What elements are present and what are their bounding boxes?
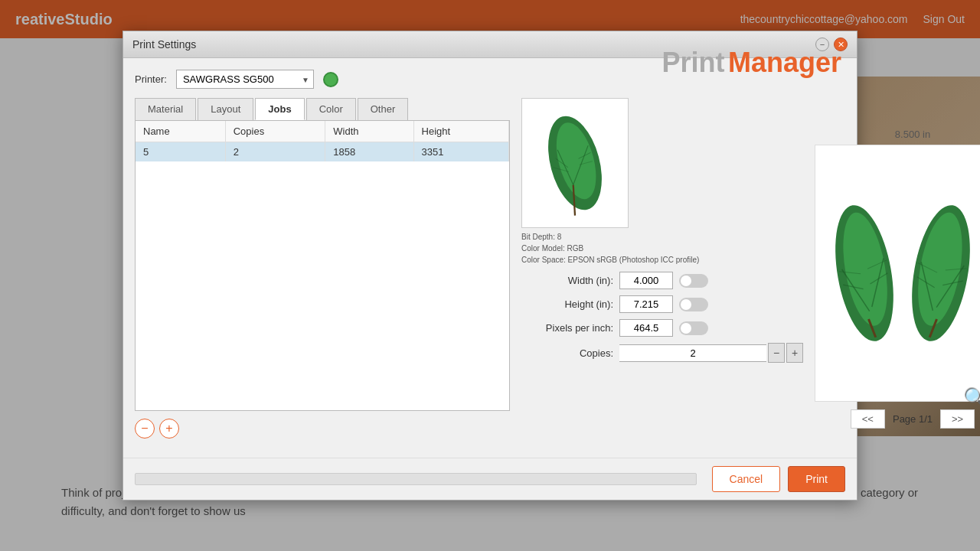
height-toggle[interactable] [679,298,708,311]
cell-copies: 2 [225,142,325,162]
preview-panel: 8.500 in [815,98,980,439]
cancel-button[interactable]: Cancel [712,466,781,492]
printer-select-wrapper: SAWGRASS SG500 ▼ [176,70,314,89]
tab-other[interactable]: Other [358,98,409,120]
dialog-body: Printer: SAWGRASS SG500 ▼ Print Manager [123,58,857,450]
copies-decrement-button[interactable]: − [768,343,785,363]
width-toggle-knob [681,276,691,286]
height-label: Height (in): [521,298,613,310]
col-header-copies: Copies [225,121,325,142]
footer-buttons: Cancel Print [712,466,845,492]
tab-content: Name Copies Width Height 5 2 1858 [135,120,510,411]
tab-bar: Material Layout Jobs Color Other [135,98,510,120]
height-input[interactable] [619,295,673,313]
prev-page-button[interactable]: << [851,409,885,429]
copies-increment-button[interactable]: + [786,343,803,363]
ppi-toggle-knob [681,323,691,334]
tab-jobs[interactable]: Jobs [255,98,304,120]
table-row[interactable]: 5 2 1858 3351 [136,142,509,162]
image-settings-panel: Bit Depth: 8 Color Model: RGB Color Spac… [521,98,803,439]
leaf-preview [521,98,629,228]
col-header-width: Width [325,121,413,142]
width-input[interactable] [619,272,673,289]
ppi-label: Pixels per inch: [521,322,613,334]
copies-stepper: − + [619,343,803,363]
left-panel: Material Layout Jobs Color Other Name Co… [135,98,510,439]
width-setting-row: Width (in): [521,272,803,289]
ppi-input[interactable] [619,319,673,337]
add-item-button[interactable]: + [159,419,179,439]
preview-canvas [815,145,980,402]
image-info: Bit Depth: 8 Color Model: RGB Color Spac… [521,231,803,266]
manager-word: Manager [728,47,841,78]
col-header-name: Name [136,121,225,142]
preview-leaves [822,151,980,396]
leaf-image [529,102,621,224]
preview-width-label: 8.500 in [815,129,980,140]
printer-select[interactable]: SAWGRASS SG500 [176,70,314,89]
print-manager-title: Print Manager [662,47,841,79]
print-settings-dialog: Print Settings − ✕ Printer: SAWGRASS SG5… [122,31,858,500]
remove-item-button[interactable]: − [135,419,155,439]
color-model-info: Color Model: RGB [521,243,803,254]
printer-status-indicator [323,72,338,87]
printer-row: Printer: SAWGRASS SG500 ▼ [135,70,338,89]
panel-bottom-buttons: − + [135,419,510,439]
jobs-table: Name Copies Width Height 5 2 1858 [136,121,509,161]
tab-material[interactable]: Material [135,98,196,120]
progress-bar [135,473,697,485]
next-page-button[interactable]: >> [940,409,975,429]
cell-name: 5 [136,142,225,162]
width-toggle[interactable] [679,274,708,288]
settings-area: Width (in): Height (in): [521,266,803,375]
print-button[interactable]: Print [788,466,845,492]
copies-setting-row: Copies: − + [521,343,803,363]
dialog-title: Print Settings [132,38,196,51]
cell-height: 3351 [413,142,508,162]
copies-label: Copies: [521,347,613,359]
print-word: Print [662,47,724,78]
ppi-toggle[interactable] [679,321,708,335]
cell-width: 1858 [325,142,413,162]
bit-depth-info: Bit Depth: 8 [521,231,803,243]
dialog-footer: Cancel Print [123,458,857,500]
color-space-info: Color Space: EPSON sRGB (Photoshop ICC p… [521,254,803,266]
col-header-height: Height [413,121,508,142]
printer-label: Printer: [135,73,167,85]
ppi-setting-row: Pixels per inch: [521,319,803,337]
tab-color[interactable]: Color [306,98,356,120]
width-label: Width (in): [521,275,613,286]
zoom-icon[interactable]: 🔍 [963,386,980,410]
preview-container: 14.000 in [815,145,980,402]
tab-layout[interactable]: Layout [198,98,253,120]
copies-input[interactable] [619,344,766,362]
page-info: Page 1/1 [893,413,933,425]
height-toggle-knob [681,299,691,310]
page-navigation: << Page 1/1 >> [815,409,980,429]
dialog-main: Material Layout Jobs Color Other Name Co… [135,98,845,439]
height-setting-row: Height (in): [521,295,803,313]
